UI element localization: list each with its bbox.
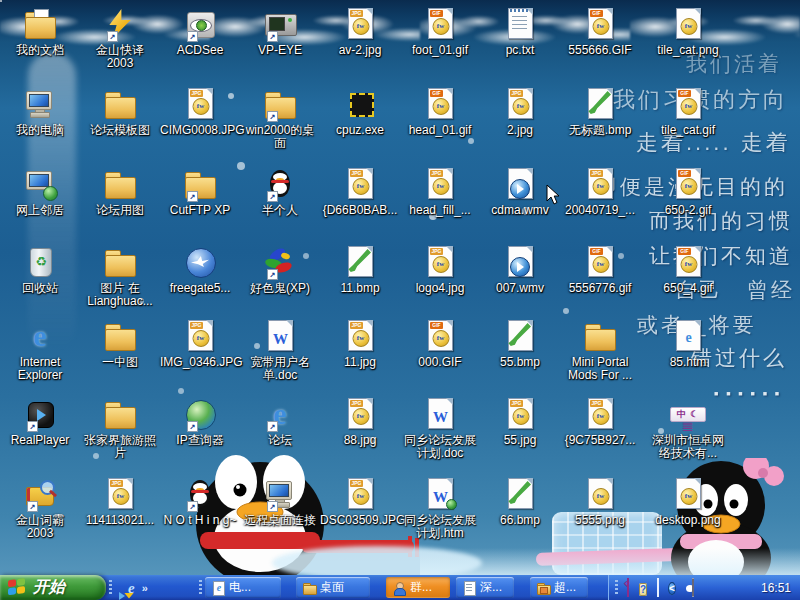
desktop-icon[interactable]: JPGfwCIMG0008.JPG <box>160 88 240 137</box>
desktop-icon[interactable]: ↗金山快译 2003 <box>80 8 160 70</box>
desktop-icon[interactable]: JPGfw2.jpg <box>480 88 560 137</box>
desktop-icon[interactable]: JPGfw55.jpg <box>480 398 560 447</box>
desktop-icon[interactable]: 66.bmp <box>480 478 560 527</box>
taskband-grip[interactable] <box>199 580 202 595</box>
desktop-icon[interactable]: JPGfw20040719_... <box>560 168 640 217</box>
jpg-icon: JPGfw <box>342 168 378 202</box>
desktop-icon[interactable]: JPGfwlogo4.jpg <box>400 246 480 295</box>
icon-label: 20040719_... <box>560 204 640 217</box>
desktop-icon[interactable]: JPGfw114113021... <box>80 478 160 527</box>
icon-label: ACDSee <box>160 44 240 57</box>
task-button[interactable]: 群... <box>386 577 450 598</box>
desktop-icon[interactable]: GIFfw650_4.gif <box>648 246 728 295</box>
icon-label: 好色鬼(XP) <box>240 282 320 295</box>
desktop-icon[interactable]: JPGfw{9C75B927... <box>560 398 640 447</box>
desktop-icon[interactable]: 我的电脑 <box>0 88 80 137</box>
desktop-icon[interactable]: 中 ☾ ▤深圳市恒卓网 络技术有... <box>648 398 728 460</box>
desktop-icon[interactable]: 图片 在 Lianghuac... <box>80 246 160 308</box>
desktop-icon[interactable]: GIFfw650-2.gif <box>648 168 728 217</box>
desktop-icon[interactable]: ↗好色鬼(XP) <box>240 246 320 295</box>
icon-label: 000.GIF <box>400 356 480 369</box>
desktop-icon[interactable]: pc.txt <box>480 8 560 57</box>
desktop-icon[interactable]: ↗金山词霸 2003 <box>0 478 80 540</box>
task-button[interactable]: 深... <box>456 577 514 598</box>
help-tray-icon[interactable]: ? <box>638 579 648 597</box>
clock[interactable]: 16:51 <box>761 581 800 595</box>
desktop-icon[interactable]: ↗IP查询器 <box>160 398 240 447</box>
desktop-icon[interactable]: GIFfwfoot_01.gif <box>400 8 480 57</box>
desktop-icon[interactable]: ↗win2000的桌 面 <box>240 88 320 150</box>
qq-tray-icon[interactable] <box>683 579 685 597</box>
desktop-icon[interactable]: ↗ACDSee <box>160 8 240 57</box>
desktop-icon[interactable]: 007.wmv <box>480 246 560 295</box>
desktop-icon[interactable]: 论坛模板图 <box>80 88 160 137</box>
desktop-icon[interactable]: JPGfwhead_fill_... <box>400 168 480 217</box>
icon-label: 远程桌面连接 <box>240 514 320 527</box>
folder-icon: ↗ <box>262 88 298 122</box>
icon-label: foot_01.gif <box>400 44 480 57</box>
quicklaunch-grip[interactable] <box>109 580 112 595</box>
desktop-icon[interactable]: ↗CutFTP XP <box>160 168 240 217</box>
task-button-label: 群... <box>410 579 432 596</box>
purple-input-tray-icon[interactable]: P <box>625 579 631 597</box>
desktop-icon[interactable]: GIFfw5556776.gif <box>560 246 640 295</box>
collapse-chevron-icon[interactable]: < <box>668 578 676 597</box>
desktop-icon[interactable]: ↗RealPlayer <box>0 398 80 447</box>
icon-label: 5555.png <box>560 514 640 527</box>
display-settings-tray-icon[interactable] <box>655 579 661 597</box>
quicklaunch-internet-explorer[interactable]: e <box>128 579 135 597</box>
desktop-icon[interactable]: 张家界旅游照 片 <box>80 398 160 460</box>
desktop-icon[interactable]: 网上邻居 <box>0 168 80 217</box>
desktop-icon[interactable]: ↗N O t H i n g~ <box>160 478 240 527</box>
desktop-icon[interactable]: GIFfw000.GIF <box>400 320 480 369</box>
desktop-icon[interactable]: eInternet Explorer <box>0 320 80 382</box>
icon-label: {D66B0BAB... <box>320 204 400 217</box>
desktop-icon[interactable]: GIFfwtile_cat.gif <box>648 88 728 137</box>
desktop-icon[interactable]: W宽带用户名 单.doc <box>240 320 320 382</box>
gif-icon: GIFfw <box>422 88 458 122</box>
desktop-icon[interactable]: e85.htm <box>648 320 728 369</box>
desktop-icon[interactable]: Mini Portal Mods For ... <box>560 320 640 382</box>
desktop-icon[interactable]: 论坛用图 <box>80 168 160 217</box>
desktop-icon[interactable]: JPGfw{D66B0BAB... <box>320 168 400 217</box>
start-button[interactable]: 开始 <box>0 575 106 600</box>
desktop-icon[interactable]: 无标题.bmp <box>560 88 640 137</box>
quicklaunch-overflow-chevron[interactable]: » <box>142 582 148 594</box>
task-button[interactable]: 超... <box>530 577 588 598</box>
desktop-icon[interactable]: fw5555.png <box>560 478 640 527</box>
icon-label: CutFTP XP <box>160 204 240 217</box>
icon-label: logo4.jpg <box>400 282 480 295</box>
desktop-icon[interactable]: freegate5... <box>160 246 240 295</box>
desktop-icon[interactable]: JPGfwDSC03509.JPG <box>320 478 400 527</box>
desktop-icon[interactable]: W同乡论坛发展 计划.doc <box>400 398 480 460</box>
desktop-icon[interactable]: JPGfw88.jpg <box>320 398 400 447</box>
desktop-icon[interactable]: ↗VP-EYE <box>240 8 320 57</box>
desktop-icon[interactable]: e↗论坛 <box>240 398 320 447</box>
desktop-icon[interactable]: W同乡论坛发展 计划.htm <box>400 478 480 540</box>
gif-icon: GIFfw <box>670 168 706 202</box>
desktop-icon[interactable]: 我的文档 <box>0 8 80 57</box>
desktop-icon[interactable]: ↗半个人 <box>240 168 320 217</box>
desktop-icon[interactable]: fwdesktop.png <box>648 478 728 527</box>
desktop-icon[interactable]: ♻回收站 <box>0 246 80 295</box>
icon-label: DSC03509.JPG <box>320 514 400 527</box>
ground-snow-decor <box>420 548 800 575</box>
desktop-icon[interactable]: JPGfwIMG_0346.JPG <box>160 320 240 369</box>
desktop-icon[interactable]: JPGfwav-2.jpg <box>320 8 400 57</box>
desktop-icon[interactable]: JPGfw11.jpg <box>320 320 400 369</box>
quick-launch-bar: e» <box>114 575 148 600</box>
desktop-icon[interactable]: cpuz.exe <box>320 88 400 137</box>
desktop-icon[interactable]: 11.bmp <box>320 246 400 295</box>
task-button[interactable]: 桌面 <box>296 577 370 598</box>
desktop-icon[interactable]: fwtile_cat.png <box>648 8 728 57</box>
task-button[interactable]: e电... <box>205 577 281 598</box>
desktop-icon[interactable]: GIFfw555666.GIF <box>560 8 640 57</box>
colorful-icon: ↗ <box>262 246 298 280</box>
input-method-keyboard-icon[interactable] <box>692 579 694 597</box>
desktop-icon[interactable]: 55.bmp <box>480 320 560 369</box>
gif-icon: GIFfw <box>582 246 618 280</box>
desktop-icon[interactable]: GIFfwhead_01.gif <box>400 88 480 137</box>
acdsee-icon: ↗ <box>182 8 218 42</box>
desktop-icon[interactable]: 一中图 <box>80 320 160 369</box>
desktop-icon[interactable]: ↗远程桌面连接 <box>240 478 320 527</box>
